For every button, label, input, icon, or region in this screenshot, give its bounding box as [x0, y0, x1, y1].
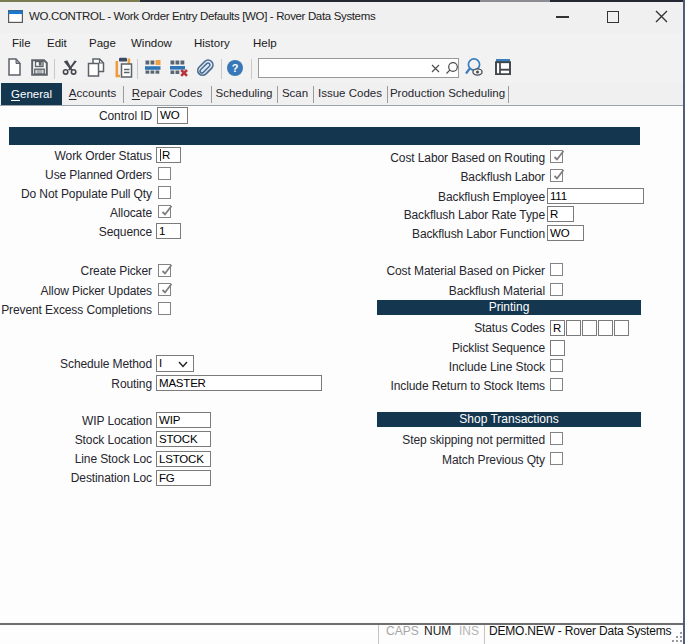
- svg-text:?: ?: [232, 62, 239, 74]
